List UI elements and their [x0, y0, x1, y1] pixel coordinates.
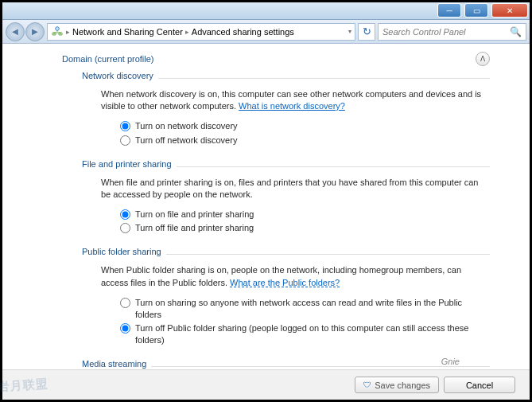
section-file-printer-sharing: File and printer sharing When file and p… [82, 159, 490, 240]
network-icon [51, 25, 64, 38]
content-area: Domain (current profile) ᐱ Network disco… [2, 44, 530, 369]
radio-group: Turn on sharing so anyone with network a… [120, 297, 487, 347]
radio-input[interactable] [120, 121, 130, 131]
button-label: Save changes [375, 381, 430, 390]
radio-label: Turn on network discovery [135, 120, 238, 132]
section-title: Network discovery [82, 71, 153, 80]
section-title: Public folder sharing [82, 247, 161, 256]
radio-input[interactable] [120, 135, 130, 146]
title-bar: ─ ▭ ✕ [2, 2, 530, 20]
radio-label: Turn on sharing so anyone with network a… [135, 297, 487, 321]
search-icon: 🔍 [510, 26, 522, 37]
radio-discovery-off[interactable]: Turn off network discovery [120, 135, 487, 146]
radio-publicf-off[interactable]: Turn off Public folder sharing (people l… [120, 322, 487, 346]
search-input[interactable]: Search Control Panel 🔍 [378, 23, 526, 41]
maximize-button[interactable]: ▭ [464, 3, 488, 18]
back-button[interactable]: ◄ [6, 22, 25, 41]
chevron-icon: ▸ [66, 28, 70, 36]
radio-discovery-on[interactable]: Turn on network discovery [120, 120, 487, 132]
radio-input[interactable] [120, 223, 130, 233]
forward-button[interactable]: ► [25, 22, 45, 41]
dropdown-icon[interactable]: ▾ [348, 28, 351, 35]
radio-input[interactable] [120, 298, 130, 308]
radio-group: Turn on network discovery Turn off netwo… [120, 120, 487, 146]
section-public-folder-sharing: Public folder sharing When Public folder… [82, 247, 490, 351]
save-changes-button[interactable]: 🛡Save changes [355, 377, 439, 393]
radio-input[interactable] [120, 209, 130, 220]
divider [158, 78, 490, 79]
refresh-button[interactable]: ↻ [358, 23, 375, 41]
cancel-button[interactable]: Cancel [444, 377, 515, 393]
radio-label: Turn on file and printer sharing [135, 209, 254, 221]
chevron-icon: ▸ [185, 28, 189, 36]
button-label: Cancel [466, 381, 493, 390]
breadcrumb-network-center[interactable]: Network and Sharing Center [72, 27, 183, 37]
collapse-button[interactable]: ᐱ [476, 52, 490, 66]
shield-icon: 🛡 [363, 381, 371, 389]
section-media-streaming: Media streaming When media streaming is … [82, 359, 490, 369]
window: ─ ▭ ✕ ◄ ► ▸ Network and Sharing Center ▸… [0, 0, 532, 402]
window-controls: ─ ▭ ✕ [436, 2, 530, 19]
radio-fileprint-on[interactable]: Turn on file and printer sharing [120, 209, 487, 221]
section-body: When file and printer sharing is on, fil… [82, 169, 490, 240]
search-placeholder: Search Control Panel [382, 27, 466, 37]
minimize-button[interactable]: ─ [437, 3, 461, 18]
section-network-discovery: Network discovery When network discovery… [82, 71, 490, 151]
breadcrumb-path[interactable]: ▸ Network and Sharing Center ▸ Advanced … [47, 23, 355, 41]
breadcrumb-advanced-sharing[interactable]: Advanced sharing settings [192, 27, 294, 37]
svg-point-0 [56, 26, 60, 30]
section-title: File and printer sharing [82, 159, 172, 169]
radio-group: Turn on file and printer sharing Turn of… [120, 209, 487, 234]
radio-label: Turn off Public folder sharing (people l… [135, 322, 487, 346]
help-link-public-folders[interactable]: What are the Public folders? [230, 278, 340, 287]
divider [151, 366, 490, 367]
radio-input[interactable] [120, 323, 130, 334]
section-body: When network discovery is on, this compu… [82, 80, 490, 151]
section-title: Media streaming [82, 359, 146, 369]
radio-publicf-on[interactable]: Turn on sharing so anyone with network a… [120, 297, 487, 321]
footer: 🛡Save changes Cancel [2, 369, 530, 400]
nav-buttons: ◄ ► [6, 22, 45, 41]
help-link-network-discovery[interactable]: What is network discovery? [239, 101, 345, 111]
radio-label: Turn off file and printer sharing [135, 222, 254, 234]
address-bar: ◄ ► ▸ Network and Sharing Center ▸ Advan… [2, 20, 530, 44]
close-button[interactable]: ✕ [491, 3, 528, 18]
radio-fileprint-off[interactable]: Turn off file and printer sharing [120, 222, 487, 234]
radio-label: Turn off network discovery [135, 135, 237, 146]
description-text: When file and printer sharing is on, fil… [101, 178, 478, 199]
divider [177, 166, 490, 167]
profile-title: Domain (current profile) [62, 54, 154, 64]
profile-header[interactable]: Domain (current profile) ᐱ [62, 52, 490, 66]
section-body: When Public folder sharing is on, people… [82, 256, 490, 351]
divider [166, 254, 490, 255]
